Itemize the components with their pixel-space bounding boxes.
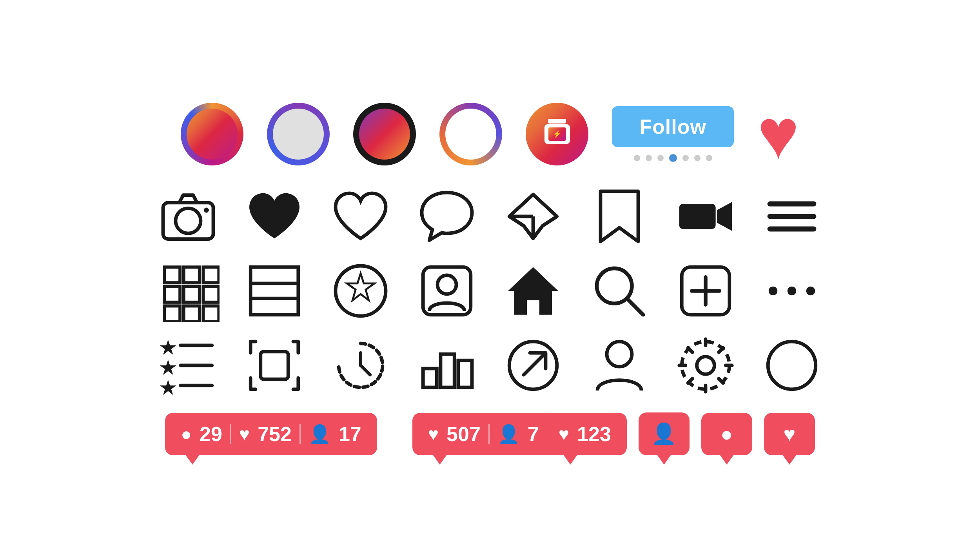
like-bubble-icon: ♥ <box>239 423 250 445</box>
more-dots-icon <box>760 260 823 322</box>
home-icon <box>502 260 564 322</box>
like-icon-3: ♥ <box>559 423 569 445</box>
dot-3 <box>657 155 664 161</box>
svg-rect-11 <box>164 267 180 283</box>
svg-line-43 <box>361 365 370 375</box>
notification-follow-icon: 👤 <box>639 412 690 455</box>
svg-point-34 <box>806 287 815 295</box>
follow-button[interactable]: Follow <box>612 106 734 147</box>
icon-row-3 <box>157 260 823 322</box>
svg-point-33 <box>788 287 796 295</box>
comment-bubble-icon: ● <box>181 423 192 445</box>
svg-rect-15 <box>184 287 200 302</box>
add-square-icon <box>674 260 737 322</box>
story-row: ⚡ Follow ♥ <box>181 99 799 169</box>
comment-icon <box>416 185 478 248</box>
story-circle-3[interactable] <box>353 103 416 165</box>
svg-point-49 <box>607 341 632 367</box>
svg-rect-13 <box>164 306 180 322</box>
svg-point-2 <box>204 208 209 213</box>
like-count-3: 123 <box>577 422 611 446</box>
svg-rect-12 <box>164 287 180 302</box>
story-inner-4 <box>445 109 496 160</box>
svg-rect-20 <box>250 267 298 315</box>
story-circle-1[interactable] <box>181 103 243 165</box>
igtv-icon: ⚡ <box>544 124 570 144</box>
person-circle-icon <box>416 260 478 322</box>
like-icon-only: ♥ <box>783 422 795 446</box>
big-heart-icon: ♥ <box>757 99 799 169</box>
star-circle-icon <box>329 260 392 322</box>
svg-rect-45 <box>441 354 454 387</box>
notification-like-icon: ♥ <box>764 413 815 455</box>
svg-rect-41 <box>261 352 288 379</box>
follow-count-2: 7 <box>528 422 539 446</box>
comment-icon-only: ● <box>720 422 733 446</box>
dot-2 <box>646 155 652 161</box>
heart-outline-icon <box>329 185 392 248</box>
svg-rect-16 <box>184 306 200 322</box>
list-view-icon <box>243 260 306 322</box>
svg-point-52 <box>768 341 816 389</box>
svg-marker-24 <box>347 273 374 300</box>
story-circle-igtv[interactable]: ⚡ <box>526 103 588 165</box>
dot-4-active <box>669 154 677 162</box>
follow-icon-only: 👤 <box>651 422 677 446</box>
story-circle-4[interactable] <box>439 103 502 165</box>
grid-icon <box>157 260 220 322</box>
like-count: 752 <box>258 422 292 446</box>
svg-point-26 <box>437 275 456 294</box>
svg-point-1 <box>176 208 201 233</box>
arrow-circle-icon <box>502 334 564 397</box>
svg-rect-17 <box>203 267 219 283</box>
svg-marker-37 <box>160 360 176 375</box>
send-icon <box>502 185 564 248</box>
svg-marker-7 <box>717 202 732 231</box>
dot-5 <box>682 155 689 161</box>
star-list-icon <box>157 334 220 397</box>
dot-1 <box>634 155 640 161</box>
notification-combined: ● 29 ♥ 752 👤 17 <box>165 413 377 455</box>
settings-icon <box>674 334 737 397</box>
comment-count: 29 <box>200 422 222 446</box>
follow-section: Follow <box>612 106 734 162</box>
svg-point-50 <box>697 357 715 374</box>
svg-rect-19 <box>203 306 219 322</box>
bar-chart-icon <box>416 334 478 397</box>
icon-row-4 <box>157 334 823 397</box>
bookmark-icon <box>588 185 651 248</box>
story-circle-2[interactable] <box>267 103 330 165</box>
video-camera-icon <box>674 185 737 248</box>
svg-marker-35 <box>160 340 176 354</box>
story-inner-1 <box>187 109 238 160</box>
camera-icon <box>157 185 220 248</box>
svg-point-51 <box>682 341 730 389</box>
notification-row: ● 29 ♥ 752 👤 17 ♥ 507 👤 7 ♥ 123 👤 <box>165 412 815 455</box>
notification-comment-icon: ● <box>701 413 752 455</box>
notification-like: ♥ 123 <box>543 413 627 455</box>
dot-6 <box>694 155 701 161</box>
notification-like-follow: ♥ 507 👤 7 <box>412 413 555 455</box>
follow-count: 17 <box>339 422 361 446</box>
story-inner-2 <box>273 109 324 160</box>
svg-rect-6 <box>679 204 716 229</box>
icon-row-2 <box>157 185 823 248</box>
like-count-2: 507 <box>446 422 481 446</box>
main-canvas: ⚡ Follow ♥ <box>0 0 980 554</box>
like-icon-2: ♥ <box>428 423 439 445</box>
svg-rect-44 <box>423 369 437 387</box>
menu-icon <box>760 185 823 248</box>
person-icon <box>588 334 651 397</box>
svg-point-32 <box>769 287 777 295</box>
dot-7 <box>706 155 712 161</box>
pagination-dots <box>634 154 712 162</box>
igtv-bolt: ⚡ <box>553 130 561 138</box>
search-icon <box>588 260 651 322</box>
svg-rect-14 <box>184 267 200 283</box>
clock-dash-icon <box>329 334 392 397</box>
follow-bubble-icon: 👤 <box>309 423 331 445</box>
story-inner-3 <box>359 109 410 160</box>
icon-rows <box>157 185 823 397</box>
follow-icon-2: 👤 <box>497 423 520 445</box>
circle-empty-icon <box>760 334 823 397</box>
